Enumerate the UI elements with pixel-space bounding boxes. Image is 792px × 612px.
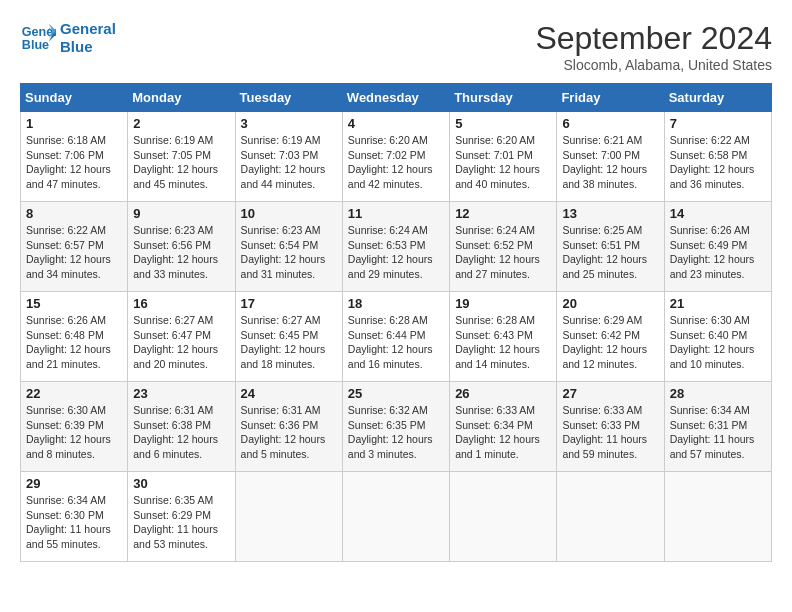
day-info: Sunrise: 6:25 AM Sunset: 6:51 PM Dayligh… <box>562 223 658 282</box>
day-info: Sunrise: 6:24 AM Sunset: 6:52 PM Dayligh… <box>455 223 551 282</box>
day-info: Sunrise: 6:28 AM Sunset: 6:43 PM Dayligh… <box>455 313 551 372</box>
day-number: 21 <box>670 296 766 311</box>
calendar-week-row: 15Sunrise: 6:26 AM Sunset: 6:48 PM Dayli… <box>21 292 772 382</box>
day-number: 6 <box>562 116 658 131</box>
day-number: 15 <box>26 296 122 311</box>
day-info: Sunrise: 6:33 AM Sunset: 6:33 PM Dayligh… <box>562 403 658 462</box>
day-number: 24 <box>241 386 337 401</box>
month-title: September 2024 <box>535 20 772 57</box>
day-info: Sunrise: 6:19 AM Sunset: 7:05 PM Dayligh… <box>133 133 229 192</box>
weekday-header-wednesday: Wednesday <box>342 84 449 112</box>
calendar-week-row: 1Sunrise: 6:18 AM Sunset: 7:06 PM Daylig… <box>21 112 772 202</box>
day-number: 26 <box>455 386 551 401</box>
day-number: 29 <box>26 476 122 491</box>
day-info: Sunrise: 6:27 AM Sunset: 6:47 PM Dayligh… <box>133 313 229 372</box>
day-info: Sunrise: 6:26 AM Sunset: 6:49 PM Dayligh… <box>670 223 766 282</box>
header: General Blue General Blue September 2024… <box>20 20 772 73</box>
day-info: Sunrise: 6:28 AM Sunset: 6:44 PM Dayligh… <box>348 313 444 372</box>
day-number: 17 <box>241 296 337 311</box>
calendar-cell <box>235 472 342 562</box>
logo-line1: General <box>60 20 116 38</box>
weekday-header-sunday: Sunday <box>21 84 128 112</box>
day-number: 22 <box>26 386 122 401</box>
calendar-cell <box>342 472 449 562</box>
day-info: Sunrise: 6:29 AM Sunset: 6:42 PM Dayligh… <box>562 313 658 372</box>
day-info: Sunrise: 6:20 AM Sunset: 7:01 PM Dayligh… <box>455 133 551 192</box>
calendar-cell: 7Sunrise: 6:22 AM Sunset: 6:58 PM Daylig… <box>664 112 771 202</box>
calendar-cell: 5Sunrise: 6:20 AM Sunset: 7:01 PM Daylig… <box>450 112 557 202</box>
day-number: 19 <box>455 296 551 311</box>
location-title: Slocomb, Alabama, United States <box>535 57 772 73</box>
day-info: Sunrise: 6:31 AM Sunset: 6:36 PM Dayligh… <box>241 403 337 462</box>
calendar-cell: 29Sunrise: 6:34 AM Sunset: 6:30 PM Dayli… <box>21 472 128 562</box>
calendar-cell: 6Sunrise: 6:21 AM Sunset: 7:00 PM Daylig… <box>557 112 664 202</box>
day-info: Sunrise: 6:21 AM Sunset: 7:00 PM Dayligh… <box>562 133 658 192</box>
calendar-cell: 12Sunrise: 6:24 AM Sunset: 6:52 PM Dayli… <box>450 202 557 292</box>
calendar-cell <box>450 472 557 562</box>
calendar-cell: 23Sunrise: 6:31 AM Sunset: 6:38 PM Dayli… <box>128 382 235 472</box>
day-info: Sunrise: 6:23 AM Sunset: 6:54 PM Dayligh… <box>241 223 337 282</box>
day-info: Sunrise: 6:30 AM Sunset: 6:39 PM Dayligh… <box>26 403 122 462</box>
weekday-header-thursday: Thursday <box>450 84 557 112</box>
logo-line2: Blue <box>60 38 116 56</box>
weekday-header-monday: Monday <box>128 84 235 112</box>
day-number: 23 <box>133 386 229 401</box>
calendar-cell: 9Sunrise: 6:23 AM Sunset: 6:56 PM Daylig… <box>128 202 235 292</box>
logo: General Blue General Blue <box>20 20 116 56</box>
calendar-week-row: 29Sunrise: 6:34 AM Sunset: 6:30 PM Dayli… <box>21 472 772 562</box>
calendar-cell: 21Sunrise: 6:30 AM Sunset: 6:40 PM Dayli… <box>664 292 771 382</box>
calendar-cell: 14Sunrise: 6:26 AM Sunset: 6:49 PM Dayli… <box>664 202 771 292</box>
day-number: 1 <box>26 116 122 131</box>
calendar-cell <box>557 472 664 562</box>
day-info: Sunrise: 6:31 AM Sunset: 6:38 PM Dayligh… <box>133 403 229 462</box>
calendar-week-row: 22Sunrise: 6:30 AM Sunset: 6:39 PM Dayli… <box>21 382 772 472</box>
weekday-header-friday: Friday <box>557 84 664 112</box>
day-number: 12 <box>455 206 551 221</box>
weekday-header-saturday: Saturday <box>664 84 771 112</box>
weekday-header-tuesday: Tuesday <box>235 84 342 112</box>
calendar-cell: 11Sunrise: 6:24 AM Sunset: 6:53 PM Dayli… <box>342 202 449 292</box>
day-info: Sunrise: 6:32 AM Sunset: 6:35 PM Dayligh… <box>348 403 444 462</box>
day-info: Sunrise: 6:34 AM Sunset: 6:31 PM Dayligh… <box>670 403 766 462</box>
day-info: Sunrise: 6:20 AM Sunset: 7:02 PM Dayligh… <box>348 133 444 192</box>
day-info: Sunrise: 6:18 AM Sunset: 7:06 PM Dayligh… <box>26 133 122 192</box>
day-info: Sunrise: 6:27 AM Sunset: 6:45 PM Dayligh… <box>241 313 337 372</box>
calendar-cell: 13Sunrise: 6:25 AM Sunset: 6:51 PM Dayli… <box>557 202 664 292</box>
day-number: 28 <box>670 386 766 401</box>
calendar-header-row: SundayMondayTuesdayWednesdayThursdayFrid… <box>21 84 772 112</box>
calendar-cell: 25Sunrise: 6:32 AM Sunset: 6:35 PM Dayli… <box>342 382 449 472</box>
day-info: Sunrise: 6:23 AM Sunset: 6:56 PM Dayligh… <box>133 223 229 282</box>
calendar-cell: 4Sunrise: 6:20 AM Sunset: 7:02 PM Daylig… <box>342 112 449 202</box>
calendar-cell: 8Sunrise: 6:22 AM Sunset: 6:57 PM Daylig… <box>21 202 128 292</box>
day-info: Sunrise: 6:22 AM Sunset: 6:58 PM Dayligh… <box>670 133 766 192</box>
day-info: Sunrise: 6:22 AM Sunset: 6:57 PM Dayligh… <box>26 223 122 282</box>
day-number: 18 <box>348 296 444 311</box>
calendar-week-row: 8Sunrise: 6:22 AM Sunset: 6:57 PM Daylig… <box>21 202 772 292</box>
day-number: 14 <box>670 206 766 221</box>
day-number: 5 <box>455 116 551 131</box>
day-number: 2 <box>133 116 229 131</box>
day-info: Sunrise: 6:24 AM Sunset: 6:53 PM Dayligh… <box>348 223 444 282</box>
calendar-cell: 18Sunrise: 6:28 AM Sunset: 6:44 PM Dayli… <box>342 292 449 382</box>
day-number: 7 <box>670 116 766 131</box>
calendar: SundayMondayTuesdayWednesdayThursdayFrid… <box>20 83 772 562</box>
calendar-cell: 20Sunrise: 6:29 AM Sunset: 6:42 PM Dayli… <box>557 292 664 382</box>
day-number: 16 <box>133 296 229 311</box>
day-info: Sunrise: 6:33 AM Sunset: 6:34 PM Dayligh… <box>455 403 551 462</box>
calendar-cell: 19Sunrise: 6:28 AM Sunset: 6:43 PM Dayli… <box>450 292 557 382</box>
calendar-cell <box>664 472 771 562</box>
title-area: September 2024 Slocomb, Alabama, United … <box>535 20 772 73</box>
calendar-cell: 27Sunrise: 6:33 AM Sunset: 6:33 PM Dayli… <box>557 382 664 472</box>
day-number: 10 <box>241 206 337 221</box>
calendar-cell: 2Sunrise: 6:19 AM Sunset: 7:05 PM Daylig… <box>128 112 235 202</box>
day-info: Sunrise: 6:19 AM Sunset: 7:03 PM Dayligh… <box>241 133 337 192</box>
day-number: 30 <box>133 476 229 491</box>
day-info: Sunrise: 6:34 AM Sunset: 6:30 PM Dayligh… <box>26 493 122 552</box>
svg-text:Blue: Blue <box>22 38 49 52</box>
day-info: Sunrise: 6:26 AM Sunset: 6:48 PM Dayligh… <box>26 313 122 372</box>
calendar-cell: 24Sunrise: 6:31 AM Sunset: 6:36 PM Dayli… <box>235 382 342 472</box>
day-number: 20 <box>562 296 658 311</box>
day-info: Sunrise: 6:30 AM Sunset: 6:40 PM Dayligh… <box>670 313 766 372</box>
calendar-cell: 1Sunrise: 6:18 AM Sunset: 7:06 PM Daylig… <box>21 112 128 202</box>
calendar-cell: 10Sunrise: 6:23 AM Sunset: 6:54 PM Dayli… <box>235 202 342 292</box>
